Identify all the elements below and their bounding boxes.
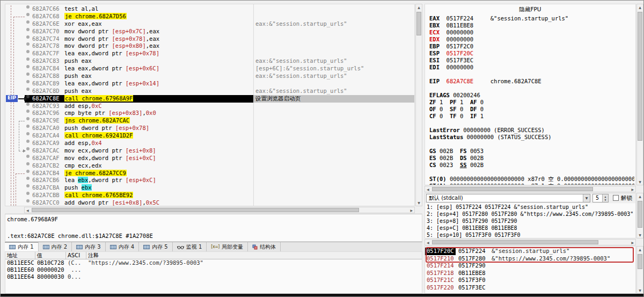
disasm-row[interactable]: 682A7C7Flea eax,dword ptr [esp+0x78] (5, 50, 414, 57)
disasm-row[interactable]: 682A7C8Ecall chrome.67968A9F设置浏览器启动页 (5, 95, 414, 103)
disasm-row[interactable]: 682A7CB6lea ebx,dword ptr [esp+0xC] (5, 177, 414, 184)
breakpoint-dot[interactable] (26, 117, 30, 120)
disassembly-pane[interactable]: 682A7C66test al,al682A7C68je chrome.682A… (5, 4, 415, 206)
disasm-row[interactable]: 682A7CA9add esp,0x4 (5, 140, 414, 147)
breakpoint-dot[interactable] (26, 184, 30, 187)
breakpoint-dot[interactable] (26, 177, 30, 180)
breakpoint-dot[interactable] (26, 13, 30, 16)
scroll-down-icon[interactable]: ▼ (637, 288, 643, 292)
stack-pane[interactable]: 0517F20C0517F224&"session.startup_urls"0… (425, 246, 636, 294)
scrollbar-thumb[interactable] (638, 254, 642, 269)
disasm-row[interactable]: 682A7C78mov dword ptr [esp+0x80],eax (5, 42, 414, 50)
tab-memory-1[interactable]: 内存 1 (5, 242, 39, 251)
dump-row[interactable]: 0B11EE5C0B10C728(C.."https://www.2345.co… (5, 259, 422, 266)
stack-row[interactable]: 0517F2140517F290 (425, 262, 635, 270)
disassembly-hscrollbar[interactable]: ◀ ▶ (24, 207, 415, 213)
breakpoint-dot[interactable] (26, 162, 30, 165)
register-line[interactable]: LastError 00000000 (ERROR_SUCCESS) (429, 127, 634, 134)
registers-pane[interactable]: 隐藏FPU EAX 0517F224 &"session.startup_url… (425, 4, 636, 185)
disasm-row[interactable]: 682A7CBApush ebx (5, 184, 414, 192)
breakpoint-dot[interactable] (26, 28, 30, 31)
register-line[interactable]: ES 002B DS 002B (429, 155, 634, 162)
disasm-row[interactable]: 682A7CAFmov edx,dword ptr [esi+0xC] (5, 155, 414, 162)
breakpoint-dot[interactable] (26, 192, 30, 195)
register-line[interactable]: CF 0 TF 0 IF 1 (429, 113, 634, 120)
scroll-right-icon[interactable]: ▶ (631, 241, 634, 244)
disasm-row[interactable]: 682A7CA0push dword ptr [esp+0x78] (5, 125, 414, 132)
dump-row[interactable]: 0B11EE64800000300... (5, 273, 422, 280)
register-line[interactable]: EDX 00000000 (429, 36, 634, 43)
register-line[interactable] (429, 141, 634, 148)
register-line[interactable]: ESP 0517F20C (429, 50, 634, 57)
registers-vscrollbar[interactable]: ▲ ▼ (636, 4, 643, 185)
register-line[interactable]: EIP 682A7C8E chrome.682A7C8E (429, 78, 634, 85)
spinner-arrows-icon[interactable]: ▲▼ (602, 194, 608, 202)
disasm-row[interactable]: 682A7C84lea eax,dword ptr [esp+0x6C][esp… (5, 65, 414, 73)
tab-locals[interactable]: [x=]局部变量 (207, 242, 248, 251)
breakpoint-dot[interactable] (26, 170, 30, 173)
scroll-left-icon[interactable]: ◀ (427, 241, 429, 244)
dump-column-value[interactable]: 值 (35, 252, 66, 259)
disasm-row[interactable]: 682A7CA4call chrome.69241D2F (5, 132, 414, 140)
call-arguments-pane[interactable]: 默认 (stdcall) ▼ 5 ▲▼ 解锁 1: [esp] 0517F224… (425, 193, 636, 238)
scrollbar-thumb[interactable] (638, 201, 642, 228)
dump-column-address[interactable]: 地址 (5, 252, 35, 259)
stack-row[interactable]: 0517F2100517F280&"https://www.2345.com/?… (425, 255, 635, 263)
tab-struct[interactable]: 结构体 (248, 242, 281, 251)
dump-row[interactable]: 0B11EE6000000020 ... (5, 266, 422, 273)
register-line[interactable]: EBX 0B11EBE8 (429, 22, 634, 29)
scroll-up-icon[interactable]: ▲ (637, 194, 643, 198)
scroll-down-icon[interactable]: ▼ (416, 201, 422, 205)
argument-row[interactable]: 3: [esp+8] 0517F290 0517F290 (425, 218, 635, 224)
argument-row[interactable]: 2: [esp+4] 0517F280 0517F280 &"https://w… (425, 211, 635, 218)
unlock-checkbox[interactable] (613, 195, 619, 201)
breakpoint-dot[interactable] (26, 50, 30, 53)
breakpoint-dot[interactable] (26, 80, 30, 83)
disassembly-vscrollbar[interactable]: ▲ ▼ (415, 4, 422, 206)
hide-fpu-button[interactable]: 隐藏FPU (425, 6, 635, 13)
calling-convention-select[interactable]: 默认 (stdcall) ▼ (426, 194, 590, 202)
register-line[interactable] (429, 85, 634, 92)
breakpoint-dot[interactable] (26, 147, 30, 150)
dump-column-ascii[interactable]: ASCI (66, 252, 86, 259)
argument-count-spinner[interactable]: 5 ▲▼ (592, 194, 609, 202)
disasm-row[interactable]: 682A7CB4je chrome.682A7CC9 (5, 170, 414, 177)
disasm-row[interactable]: 682A7C83push eaxeax:&"session.startup_ur… (5, 57, 414, 65)
disasm-row[interactable]: 682A7C9Ejns chrome.682A7CAC (5, 117, 414, 125)
breakpoint-dot[interactable] (26, 5, 30, 9)
disasm-row[interactable]: 682A7C66test al,al (5, 5, 414, 13)
register-line[interactable]: ST(0) 0000000000000000000000 x87r0 空 0.0… (429, 176, 634, 183)
disasm-row[interactable]: 682A7C74mov dword ptr [esp+0x78],eax (5, 35, 414, 43)
disasm-row[interactable]: 682A7CBBcall chrome.6765BE92 (5, 192, 414, 199)
stack-vscrollbar[interactable]: ▲ ▼ (636, 246, 643, 294)
register-line[interactable] (429, 71, 634, 78)
tab-memory-4[interactable]: 内存 4 (106, 242, 140, 251)
arguments-hscrollbar[interactable]: ◀ ▶ (425, 239, 636, 245)
scrollbar-thumb[interactable] (432, 187, 593, 191)
breakpoint-dot[interactable] (26, 125, 30, 128)
tab-memory-3[interactable]: 内存 3 (72, 242, 106, 251)
register-line[interactable]: GS 002B FS 0053 (429, 148, 634, 155)
scrollbar-thumb[interactable] (432, 240, 598, 244)
scroll-up-icon[interactable]: ▲ (637, 5, 643, 9)
register-line[interactable]: EDI 00000000 (429, 64, 634, 71)
breakpoint-dot[interactable] (26, 199, 30, 202)
scroll-down-icon[interactable]: ▼ (637, 180, 643, 184)
breakpoint-dot[interactable] (26, 57, 30, 61)
register-line[interactable] (429, 120, 634, 127)
disasm-row[interactable]: 682A7CC0add dword ptr [esi+0x8],0x5C (5, 199, 414, 206)
breakpoint-dot[interactable] (26, 110, 30, 113)
tab-memory-2[interactable]: 内存 2 (39, 242, 72, 251)
dump-column-comment[interactable]: 注释 (86, 252, 422, 259)
register-line[interactable]: CS 0023 SS 002B (429, 162, 634, 169)
disasm-row[interactable]: 682A7CACmov ecx,dword ptr [esi+0x8] (5, 147, 414, 155)
tab-watch-1[interactable]: 监视 1 (173, 242, 207, 251)
argument-row[interactable]: 1: [esp] 0517F224 0517F224 &"session.sta… (425, 204, 635, 211)
breakpoint-dot[interactable] (26, 42, 30, 46)
scroll-up-icon[interactable]: ▲ (416, 5, 422, 9)
register-line[interactable] (429, 169, 634, 176)
tab-memory-5[interactable]: 内存 5 (139, 242, 173, 251)
scrollbar-thumb[interactable] (32, 208, 359, 212)
register-line[interactable]: OF 0 SF 0 DF 0 (429, 106, 634, 113)
breakpoint-dot[interactable] (26, 88, 30, 91)
